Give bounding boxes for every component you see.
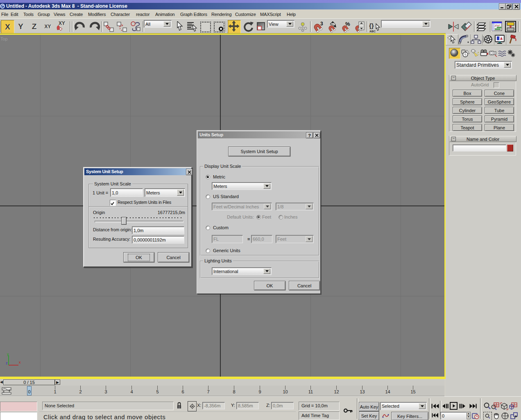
svg-text:x: x [19,360,21,364]
svg-text:ABC: ABC [369,30,376,33]
svg-text:y: y [7,352,9,356]
svg-text:%: % [345,21,350,27]
svg-text:3: 3 [320,21,323,27]
svg-text:z: z [6,361,8,365]
svg-text:{}: {} [369,22,374,29]
